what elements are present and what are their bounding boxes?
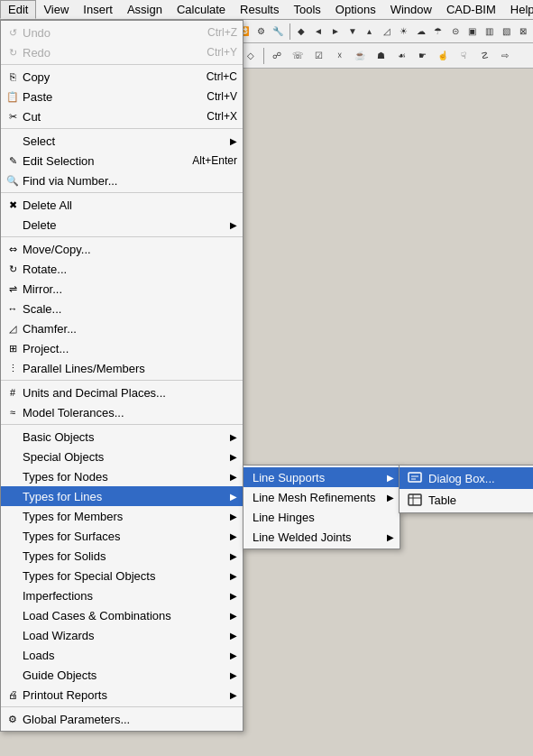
menu-move-copy[interactable]: ⇔ Move/Copy... [1, 239, 243, 259]
toolbar-btn-29[interactable]: ▧ [499, 22, 514, 41]
menu-copy[interactable]: ⎘ Copy Ctrl+C [1, 67, 243, 87]
menu-loads[interactable]: Loads ▶ [1, 645, 243, 665]
menu-select[interactable]: Select ▶ [1, 131, 243, 151]
edit-dropdown-menu: ↺ Undo Ctrl+Z ↻ Redo Ctrl+Y ⎘ Copy Ctrl+… [0, 20, 244, 732]
menu-printout-reports[interactable]: 🖨 Printout Reports ▶ [1, 685, 243, 705]
toolbar2-btn-16[interactable]: ☓ [329, 46, 349, 66]
toolbar-btn-22[interactable]: ◿ [379, 22, 394, 41]
submenu-line-mesh[interactable]: Line Mesh Refinements ▶ [244, 487, 400, 507]
menu-types-surfaces-label: Types for Surfaces [23, 530, 120, 543]
menu-types-nodes[interactable]: Types for Nodes ▶ [1, 466, 243, 486]
menu-tolerances[interactable]: ≈ Model Tolerances... [1, 402, 243, 422]
menu-project[interactable]: ⊞ Project... [1, 338, 243, 358]
menu-guide-objects[interactable]: Guide Objects ▶ [1, 665, 243, 685]
toolbar-btn-26[interactable]: ⊝ [447, 22, 463, 41]
menubar-calculate[interactable]: Calculate [170, 0, 233, 19]
menu-paste[interactable]: 📋 Paste Ctrl+V [1, 87, 243, 106]
menubar-cadbim[interactable]: CAD-BIM [439, 0, 503, 19]
menubar-results[interactable]: Results [233, 0, 286, 19]
submenu-dialog-box[interactable]: Dialog Box... [400, 467, 533, 489]
toolbar2-btn-13[interactable]: ☍ [267, 46, 287, 66]
toolbar-btn-16[interactable]: 🔧 [271, 22, 286, 41]
toolbar-btn-23[interactable]: ☀ [396, 22, 411, 41]
sep-2 [1, 128, 243, 129]
toolbar-btn-25[interactable]: ☂ [430, 22, 446, 41]
toolbar-btn-30[interactable]: ⊠ [516, 22, 531, 41]
menu-types-nodes-label: Types for Nodes [23, 470, 108, 484]
menu-undo[interactable]: ↺ Undo Ctrl+Z [1, 23, 243, 42]
toolbar2-btn-15[interactable]: ☑ [308, 46, 328, 66]
toolbar2-btn-12[interactable]: ◇ [241, 46, 261, 66]
toolbar-btn-17[interactable]: ◆ [294, 22, 309, 41]
menu-types-members[interactable]: Types for Members ▶ [1, 506, 243, 526]
submenu-line-welded-label: Line Welded Joints [253, 530, 352, 544]
submenu-line-hinges[interactable]: Line Hinges [244, 507, 400, 527]
menu-edit-selection[interactable]: ✎ Edit Selection Alt+Enter [1, 151, 243, 171]
menu-find-label: Find via Number... [23, 174, 118, 188]
toolbar2-btn-23[interactable]: ☡ [474, 46, 494, 66]
menubar-edit[interactable]: Edit [0, 0, 36, 19]
menu-basic-objects[interactable]: Basic Objects ▶ [1, 427, 243, 447]
menu-undo-shortcut: Ctrl+Z [207, 26, 237, 39]
menubar-help[interactable]: Help [503, 0, 533, 19]
menubar-tools[interactable]: Tools [286, 0, 327, 19]
menu-types-special[interactable]: Types for Special Objects ▶ [1, 566, 243, 585]
toolbar-btn-20[interactable]: ▼ [345, 22, 360, 41]
menu-types-lines[interactable]: Types for Lines ▶ [1, 486, 243, 506]
toolbar-btn-28[interactable]: ▥ [482, 22, 497, 41]
menu-guide-objects-label: Guide Objects [23, 668, 96, 682]
menu-load-wizards[interactable]: Load Wizards ▶ [1, 625, 243, 645]
types-solids-arrow: ▶ [230, 551, 237, 561]
menu-mirror[interactable]: ⇌ Mirror... [1, 279, 243, 299]
submenu-line-supports[interactable]: Line Supports ▶ [244, 467, 400, 487]
submenu-table[interactable]: Table [400, 489, 533, 511]
menu-delete-all[interactable]: ✖ Delete All [1, 195, 243, 215]
menu-units[interactable]: # Units and Decimal Places... [1, 383, 243, 402]
menu-global-params[interactable]: ⚙ Global Parameters... [1, 709, 243, 729]
menubar-window[interactable]: Window [383, 0, 439, 19]
menu-cut[interactable]: ✂ Cut Ctrl+X [1, 106, 243, 126]
menu-chamfer-label: Chamfer... [23, 322, 77, 336]
sep-6 [1, 424, 243, 425]
toolbar-btn-21[interactable]: ▴ [362, 22, 377, 41]
menu-find[interactable]: 🔍 Find via Number... [1, 171, 243, 190]
toolbar-btn-18[interactable]: ◄ [310, 22, 326, 41]
menubar-options[interactable]: Options [328, 0, 383, 19]
toolbar2-btn-20[interactable]: ☛ [412, 46, 432, 66]
find-icon: 🔍 [5, 172, 21, 189]
menu-types-surfaces[interactable]: Types for Surfaces ▶ [1, 526, 243, 546]
menu-scale[interactable]: ↔ Scale... [1, 299, 243, 318]
toolbar-btn-24[interactable]: ☁ [413, 22, 428, 41]
menu-types-solids[interactable]: Types for Solids ▶ [1, 546, 243, 566]
menu-rotate-label: Rotate... [23, 263, 67, 276]
menubar-assign[interactable]: Assign [120, 0, 170, 19]
menu-redo[interactable]: ↻ Redo Ctrl+Y [1, 42, 243, 62]
submenu-line-supports-options: Dialog Box... Table [399, 465, 533, 513]
menu-rotate[interactable]: ↻ Rotate... [1, 259, 243, 279]
menu-load-cases[interactable]: Load Cases & Combinations ▶ [1, 605, 243, 625]
submenu-line-welded[interactable]: Line Welded Joints ▶ [244, 527, 400, 547]
toolbar2-btn-17[interactable]: ☕ [350, 46, 370, 66]
toolbar2-btn-19[interactable]: ☙ [391, 46, 411, 66]
menu-imperfections[interactable]: Imperfections ▶ [1, 585, 243, 605]
toolbar-btn-27[interactable]: ▣ [464, 22, 480, 41]
menu-delete[interactable]: Delete ▶ [1, 215, 243, 235]
menu-global-params-label: Global Parameters... [23, 713, 130, 726]
toolbar2-btn-18[interactable]: ☗ [371, 46, 391, 66]
types-surfaces-arrow: ▶ [230, 531, 237, 541]
toolbar-btn-15[interactable]: ⚙ [253, 22, 269, 41]
special-objects-arrow: ▶ [230, 452, 237, 462]
toolbar2-btn-24[interactable]: ⇨ [495, 46, 515, 66]
menu-printout-reports-label: Printout Reports [23, 688, 107, 702]
toolbar2-btn-14[interactable]: ☏ [288, 46, 308, 66]
menubar-view[interactable]: View [36, 0, 76, 19]
menu-chamfer[interactable]: ◿ Chamfer... [1, 318, 243, 338]
imperfections-arrow: ▶ [230, 591, 237, 601]
toolbar2-btn-22[interactable]: ☟ [454, 46, 473, 66]
menu-special-objects[interactable]: Special Objects ▶ [1, 447, 243, 466]
menu-parallel[interactable]: ⋮ Parallel Lines/Members [1, 358, 243, 378]
line-mesh-arrow: ▶ [387, 493, 394, 502]
toolbar2-btn-21[interactable]: ☝ [433, 46, 453, 66]
toolbar-btn-19[interactable]: ► [327, 22, 343, 41]
menubar-insert[interactable]: Insert [76, 0, 120, 19]
